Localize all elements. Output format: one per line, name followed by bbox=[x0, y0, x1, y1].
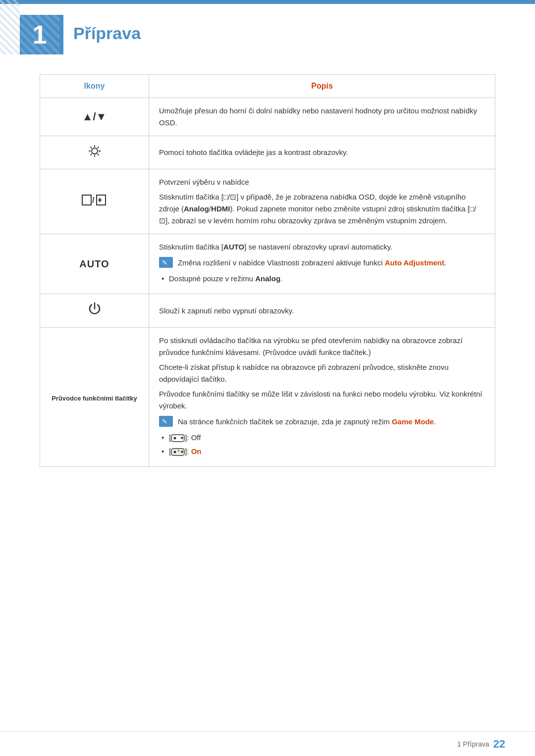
auto-desc-main: Stisknutím tlačítka [AUTO] se nastavení … bbox=[159, 241, 485, 253]
table-row: Pomocí tohoto tlačítka ovládejte jas a k… bbox=[40, 136, 495, 169]
chapter-stripe bbox=[59, 15, 63, 54]
col-header-desc: Popis bbox=[149, 75, 495, 98]
main-content: Ikony Popis ▲/▼ Umožňuje přesun do horní… bbox=[0, 64, 535, 487]
table-row: ▲/▼ Umožňuje přesun do horní či dolní na… bbox=[40, 98, 495, 136]
brightness-icon bbox=[87, 150, 103, 161]
chapter-header: 1 Příprava bbox=[0, 0, 535, 64]
power-svg bbox=[87, 301, 103, 317]
source-svg: / bbox=[82, 193, 107, 207]
func-bullet-off: [ ]: Off bbox=[159, 432, 485, 444]
auto-bullet-list: Dostupné pouze v režimu Analog. bbox=[159, 273, 485, 285]
svg-line-5 bbox=[90, 147, 92, 149]
icon-cell-source: / bbox=[40, 169, 149, 234]
icon-cell-updown: ▲/▼ bbox=[40, 98, 149, 136]
svg-point-19 bbox=[174, 451, 176, 454]
func-bullet-on: [ ]: On bbox=[159, 446, 485, 457]
chapter-title: Příprava bbox=[63, 15, 141, 43]
source-hdmi: HDMI bbox=[211, 204, 230, 213]
icon-cell-auto: AUTO bbox=[40, 234, 149, 294]
desc-cell-source: Potvrzení výběru v nabídce Stisknutím tl… bbox=[149, 169, 495, 234]
footer-chapter-label: 1 Příprava bbox=[457, 740, 489, 748]
svg-rect-10 bbox=[82, 195, 91, 205]
icons-table: Ikony Popis ▲/▼ Umožňuje přesun do horní… bbox=[40, 74, 495, 467]
page-footer: 1 Příprava 22 bbox=[0, 731, 535, 756]
svg-point-0 bbox=[92, 148, 98, 154]
analog-label: Analog bbox=[255, 274, 280, 283]
svg-text:/: / bbox=[92, 196, 95, 204]
auto-icon: AUTO bbox=[79, 258, 109, 269]
auto-label: AUTO bbox=[223, 243, 244, 251]
svg-rect-17 bbox=[182, 437, 183, 439]
func-desc-p2: Chcete-li získat přístup k nabídce na ob… bbox=[159, 361, 485, 385]
off-label: Off bbox=[191, 433, 201, 442]
game-icon-off bbox=[171, 433, 185, 443]
svg-point-9 bbox=[99, 151, 100, 152]
svg-rect-21 bbox=[182, 451, 183, 453]
up-down-arrow-icon: ▲/▼ bbox=[82, 110, 107, 123]
icon-cell-sun bbox=[40, 136, 149, 169]
func-note-block: Na stránce funkčních tlačítek se zobrazu… bbox=[159, 416, 485, 428]
footer-page-number: 22 bbox=[493, 738, 505, 751]
func-keys-label: Průvodce funkčními tlačítky bbox=[52, 395, 137, 402]
desc-cell-sun: Pomocí tohoto tlačítka ovládejte jas a k… bbox=[149, 136, 495, 169]
auto-bullet-1: Dostupné pouze v režimu Analog. bbox=[159, 273, 485, 285]
table-row: Slouží k zapnutí nebo vypnutí obrazovky. bbox=[40, 294, 495, 328]
func-note-text: Na stránce funkčních tlačítek se zobrazu… bbox=[178, 416, 436, 428]
chapter-number: 1 bbox=[33, 22, 47, 48]
func-desc-p3: Průvodce funkčními tlačítky se může liši… bbox=[159, 388, 485, 412]
desc-cell-updown: Umožňuje přesun do horní či dolní nabídk… bbox=[149, 98, 495, 136]
sun-svg bbox=[87, 143, 103, 159]
source-desc-p1: Potvrzení výběru v nabídce bbox=[159, 176, 485, 188]
source-switch-icon: / bbox=[82, 198, 107, 209]
icon-cell-funckeys: Průvodce funkčními tlačítky bbox=[40, 328, 149, 467]
note-icon-2 bbox=[159, 416, 173, 427]
on-label: On bbox=[191, 447, 202, 455]
auto-note-block: Změna rozlišení v nabídce Vlastnosti zob… bbox=[159, 257, 485, 269]
func-desc-p1: Po stisknutí ovládacího tlačítka na výro… bbox=[159, 335, 485, 358]
svg-line-8 bbox=[90, 154, 92, 155]
desc-cell-auto: Stisknutím tlačítka [AUTO] se nastavení … bbox=[149, 234, 495, 294]
note-icon-1 bbox=[159, 257, 173, 268]
source-desc-p2: Stisknutím tlačítka [□/⊡] v případě, že … bbox=[159, 191, 485, 227]
col-header-icons: Ikony bbox=[40, 75, 149, 98]
svg-line-7 bbox=[97, 147, 99, 149]
svg-point-15 bbox=[174, 437, 176, 440]
func-bullet-list: [ ]: Off [ bbox=[159, 432, 485, 457]
svg-line-6 bbox=[97, 154, 99, 155]
chapter-number-block: 1 bbox=[20, 15, 59, 54]
table-row: / Potvrzení výběru v nabídce Stisknutím … bbox=[40, 169, 495, 234]
table-row: Průvodce funkčními tlačítky Po stisknutí… bbox=[40, 328, 495, 467]
desc-cell-funckeys: Po stisknutí ovládacího tlačítka na výro… bbox=[149, 328, 495, 467]
game-icon-on bbox=[171, 447, 185, 457]
table-header-row: Ikony Popis bbox=[40, 75, 495, 98]
desc-cell-power: Slouží k zapnutí nebo vypnutí obrazovky. bbox=[149, 294, 495, 328]
game-mode-label: Game Mode bbox=[392, 417, 434, 426]
table-row: AUTO Stisknutím tlačítka [AUTO] se nasta… bbox=[40, 234, 495, 294]
power-icon bbox=[87, 305, 103, 320]
icon-cell-power bbox=[40, 294, 149, 328]
source-analog: Analog bbox=[184, 204, 209, 213]
auto-adjustment-label: Auto Adjustment bbox=[385, 258, 444, 267]
auto-note-text: Změna rozlišení v nabídce Vlastnosti zob… bbox=[178, 257, 446, 269]
